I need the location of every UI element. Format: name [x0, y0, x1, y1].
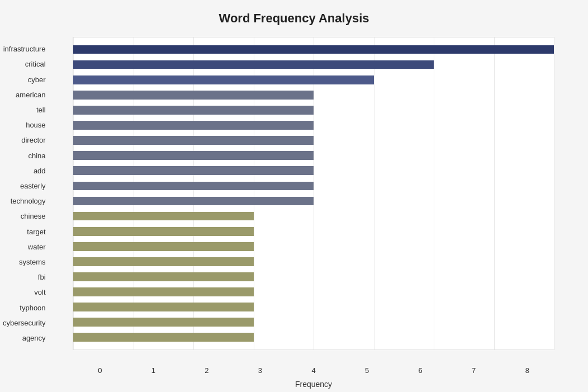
- bar-target: [73, 227, 254, 236]
- bar-row: [73, 178, 554, 193]
- bar-row: [73, 239, 554, 254]
- bar-american: [73, 91, 314, 100]
- bar-row: [73, 57, 554, 72]
- bar-row: [73, 117, 554, 133]
- y-label-china: china: [3, 148, 50, 163]
- bar-row: [73, 102, 554, 117]
- x-axis: 012345678: [73, 366, 554, 375]
- bar-water: [73, 242, 254, 251]
- bar-chinese: [73, 212, 254, 221]
- y-label-chinese: chinese: [3, 209, 50, 224]
- bar-house: [73, 121, 314, 130]
- x-tick-3: 3: [234, 366, 287, 375]
- bar-row: [73, 254, 554, 269]
- bars-container: [73, 37, 554, 350]
- y-label-infrastructure: infrastructure: [3, 41, 50, 56]
- y-label-target: target: [3, 224, 50, 239]
- x-tick-2: 2: [180, 366, 234, 375]
- x-tick-4: 4: [287, 366, 340, 375]
- bar-add: [73, 166, 314, 175]
- grid-line-8: [554, 37, 554, 350]
- y-label-water: water: [3, 239, 50, 254]
- y-axis: infrastructurecriticalcyberamericantellh…: [3, 37, 50, 350]
- y-label-american: american: [3, 87, 50, 102]
- bar-row: [73, 87, 554, 102]
- bar-row: [73, 163, 554, 178]
- bar-technology: [73, 197, 314, 206]
- bar-cybersecurity: [73, 318, 254, 327]
- y-label-systems: systems: [3, 254, 50, 270]
- bar-china: [73, 151, 314, 160]
- y-label-tell: tell: [3, 102, 50, 117]
- bar-cyber: [73, 75, 374, 84]
- y-label-fbi: fbi: [3, 270, 50, 285]
- bar-row: [73, 300, 554, 315]
- x-tick-8: 8: [501, 366, 554, 375]
- bar-row: [73, 148, 554, 163]
- bar-row: [73, 133, 554, 148]
- bar-row: [73, 315, 554, 330]
- y-label-director: director: [3, 133, 50, 148]
- y-label-house: house: [3, 117, 50, 133]
- bar-row: [73, 285, 554, 300]
- bar-row: [73, 330, 554, 345]
- bar-agency: [73, 333, 254, 342]
- y-label-cybersecurity: cybersecurity: [3, 315, 50, 330]
- x-tick-5: 5: [340, 366, 394, 375]
- y-label-typhoon: typhoon: [3, 300, 50, 315]
- bar-row: [73, 224, 554, 239]
- bar-typhoon: [73, 303, 254, 311]
- bar-row: [73, 193, 554, 209]
- chart-area: 012345678 Frequency: [73, 37, 554, 350]
- bar-row: [73, 209, 554, 224]
- bar-row: [73, 72, 554, 87]
- x-tick-0: 0: [73, 366, 127, 375]
- bar-row: [73, 42, 554, 57]
- y-label-agency: agency: [3, 330, 50, 346]
- bar-director: [73, 136, 314, 145]
- bar-tell: [73, 106, 314, 115]
- y-label-add: add: [3, 163, 50, 178]
- y-label-cyber: cyber: [3, 72, 50, 87]
- bar-easterly: [73, 182, 314, 191]
- chart-title: Word Frequency Analysis: [34, 11, 554, 26]
- x-axis-label: Frequency: [73, 380, 554, 389]
- chart-container: Word Frequency Analysis infrastructurecr…: [0, 0, 588, 392]
- x-tick-6: 6: [393, 366, 447, 375]
- bar-critical: [73, 60, 434, 69]
- bar-fbi: [73, 272, 254, 281]
- y-label-easterly: easterly: [3, 178, 50, 193]
- bar-row: [73, 269, 554, 284]
- x-tick-1: 1: [127, 366, 181, 375]
- bar-infrastructure: [73, 45, 554, 54]
- bar-systems: [73, 257, 254, 266]
- y-label-technology: technology: [3, 193, 50, 209]
- bar-volt: [73, 287, 254, 296]
- y-label-volt: volt: [3, 285, 50, 300]
- y-label-critical: critical: [3, 56, 50, 72]
- x-tick-7: 7: [447, 366, 501, 375]
